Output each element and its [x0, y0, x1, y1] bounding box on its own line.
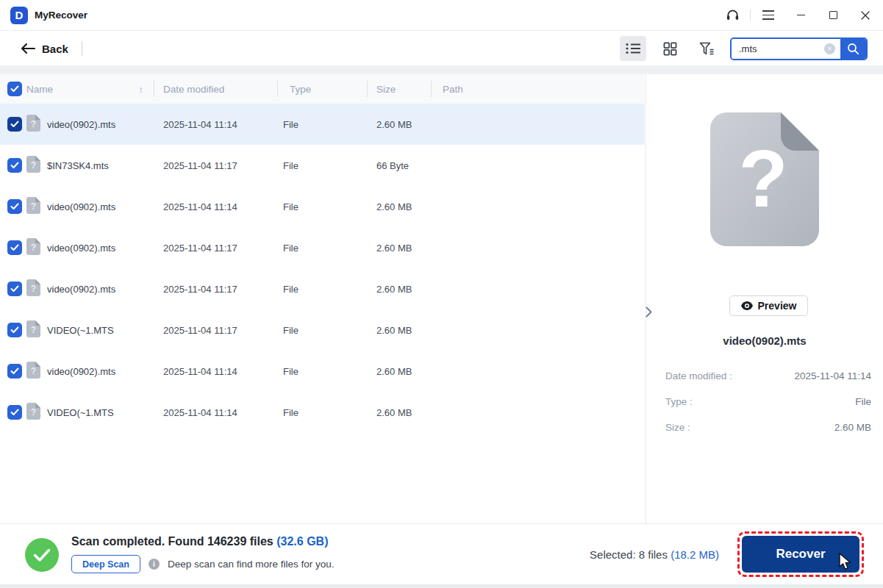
file-type: File [278, 366, 368, 377]
collapse-panel-chevron-icon[interactable] [646, 306, 652, 320]
table-row[interactable]: ? video(0902).mts 2025-11-04 11:17 File … [0, 227, 645, 268]
preview-button[interactable]: Preview [729, 295, 808, 316]
sort-ascending-icon[interactable]: ↑ [139, 84, 144, 95]
file-date-modified: 2025-11-04 11:17 [154, 325, 278, 336]
close-button[interactable] [854, 4, 877, 26]
svg-text:?: ? [31, 160, 36, 171]
checkmark-icon [10, 244, 19, 251]
svg-text:?: ? [31, 201, 36, 212]
list-view-button[interactable] [620, 36, 646, 61]
filter-button[interactable] [693, 36, 720, 61]
unknown-file-icon: ? [26, 115, 40, 134]
column-header-path[interactable]: Path [432, 84, 645, 95]
table-row[interactable]: ? video(0902).mts 2025-11-04 11:14 File … [0, 104, 645, 145]
back-button[interactable]: Back [21, 43, 68, 55]
file-type: File [278, 325, 368, 336]
grid-view-button[interactable] [657, 36, 683, 61]
row-checkbox[interactable] [7, 282, 22, 296]
mouse-cursor [837, 553, 853, 570]
toolbar: Back [0, 32, 883, 65]
file-date-modified: 2025-11-04 11:17 [154, 243, 278, 254]
file-size: 2.60 MB [368, 284, 432, 295]
support-headset-icon[interactable] [721, 4, 744, 26]
unknown-file-icon: ? [26, 279, 40, 298]
file-name: VIDEO(~1.MTS [47, 407, 154, 418]
deep-scan-hint: Deep scan can find more files for you. [168, 559, 335, 570]
column-header-size[interactable]: Size [368, 84, 431, 95]
file-name: video(0902).mts [47, 366, 154, 377]
filter-icon [699, 42, 715, 56]
row-checkbox[interactable] [7, 364, 22, 379]
toolbar-right: × [620, 36, 868, 61]
column-name-label: Name [26, 84, 139, 95]
row-checkbox[interactable] [7, 240, 22, 255]
file-size: 66 Byte [368, 160, 432, 171]
file-detail-row: Type : File [646, 389, 883, 415]
app-logo-letter: D [15, 9, 24, 21]
detail-value: 2.60 MB [834, 422, 871, 433]
table-row[interactable]: ? VIDEO(~1.MTS 2025-11-04 11:14 File 2.6… [0, 392, 645, 433]
detail-label: Type : [665, 396, 693, 407]
scan-success-icon [25, 538, 59, 572]
checkmark-icon [10, 285, 19, 293]
scan-size-text: (32.6 GB) [276, 535, 328, 548]
file-date-modified: 2025-11-04 11:17 [154, 284, 278, 295]
row-checkbox[interactable] [7, 158, 22, 173]
info-icon: i [149, 559, 160, 570]
maximize-button[interactable] [821, 4, 845, 26]
file-size: 2.60 MB [368, 201, 432, 212]
column-header-name[interactable]: Name ↑ [26, 84, 154, 95]
file-name: video(0902).mts [47, 119, 154, 130]
file-name: video(0902).mts [47, 284, 154, 295]
file-date-modified: 2025-11-04 11:14 [154, 366, 278, 377]
selected-size-text: (18.2 MB) [671, 548, 719, 561]
svg-text:?: ? [31, 407, 36, 417]
scan-status: Scan completed. Found 146239 files (32.6… [71, 535, 335, 573]
svg-text:?: ? [31, 119, 36, 129]
unknown-file-icon: ? [26, 156, 40, 175]
row-checkbox[interactable] [7, 405, 22, 420]
table-row[interactable]: ? video(0902).mts 2025-11-04 11:14 File … [0, 186, 645, 227]
file-name: video(0902).mts [47, 243, 154, 254]
column-header-date-modified[interactable]: Date modified [154, 84, 277, 95]
minimize-button[interactable] [789, 4, 812, 26]
svg-text:?: ? [31, 243, 36, 253]
clear-search-icon[interactable]: × [824, 43, 835, 54]
eye-icon [741, 301, 753, 310]
table-row[interactable]: ? video(0902).mts 2025-11-04 11:14 File … [0, 351, 645, 392]
file-preview-icon: ? [710, 112, 819, 249]
scan-status-text: Scan completed. Found 146239 files [71, 535, 274, 548]
column-header-type[interactable]: Type [278, 84, 367, 95]
file-detail-row: Size : 2.60 MB [646, 415, 883, 440]
checkmark-icon [10, 326, 19, 334]
app-window: D MyRecover [0, 0, 883, 588]
detail-label: Size : [665, 422, 690, 433]
selected-count-text: Selected: 8 files [590, 548, 668, 561]
headset-glyph [726, 8, 740, 22]
unknown-file-icon: ? [26, 238, 40, 257]
row-checkbox[interactable] [7, 199, 22, 214]
table-row[interactable]: ? $IN73SK4.mts 2025-11-04 11:17 File 66 … [0, 145, 645, 186]
file-name: $IN73SK4.mts [47, 160, 154, 171]
search-button[interactable] [840, 39, 866, 59]
checkmark-icon [10, 368, 19, 375]
menu-hamburger-icon[interactable] [757, 4, 780, 26]
row-checkbox[interactable] [7, 117, 22, 132]
file-size: 2.60 MB [368, 325, 432, 336]
file-table-body: ? video(0902).mts 2025-11-04 11:14 File … [0, 104, 645, 433]
file-size: 2.60 MB [368, 119, 432, 130]
deep-scan-button[interactable]: Deep Scan [71, 555, 140, 573]
titlebar-divider [750, 10, 751, 21]
table-row[interactable]: ? VIDEO(~1.MTS 2025-11-04 11:17 File 2.6… [0, 309, 645, 351]
select-all-checkbox[interactable] [7, 82, 22, 96]
preview-file-name: video(0902).mts [646, 334, 883, 347]
toolbar-content-divider [0, 65, 883, 74]
file-date-modified: 2025-11-04 11:17 [154, 160, 278, 171]
file-type: File [278, 243, 368, 254]
table-header: Name ↑ Date modified Type Size Path [0, 74, 645, 104]
file-type: File [278, 201, 368, 212]
grid-view-icon [663, 42, 677, 56]
table-row[interactable]: ? video(0902).mts 2025-11-04 11:17 File … [0, 268, 645, 309]
row-checkbox[interactable] [7, 323, 22, 337]
selected-summary: Selected: 8 files (18.2 MB) [590, 548, 719, 561]
